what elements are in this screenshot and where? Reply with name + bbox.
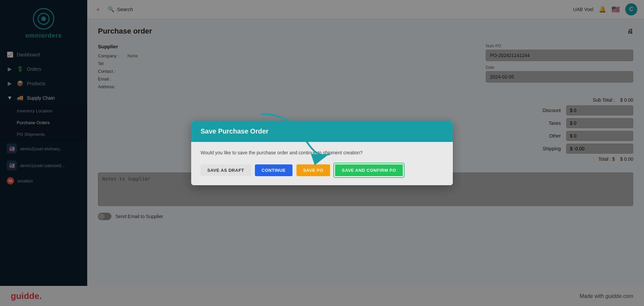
modal-title: Save Purchase Order xyxy=(201,128,443,135)
save-purchase-order-modal: Save Purchase Order Would you like to sa… xyxy=(191,121,453,185)
modal-overlay: Save Purchase Order Would you like to sa… xyxy=(0,0,644,306)
modal-body: Would you like to save the purchase orde… xyxy=(191,142,453,185)
save-as-draft-button[interactable]: SAVE AS DRAFT xyxy=(201,164,251,176)
save-and-confirm-po-button[interactable]: SAVE AND CONFIRM PO xyxy=(334,163,404,177)
modal-header: Save Purchase Order xyxy=(191,121,453,142)
modal-actions: SAVE AS DRAFT CONTINUE SAVE PO SAVE AND … xyxy=(201,163,443,177)
continue-button[interactable]: CONTINUE xyxy=(255,164,292,176)
modal-message: Would you like to save the purchase orde… xyxy=(201,150,443,155)
save-po-button[interactable]: SAVE PO xyxy=(297,164,330,176)
